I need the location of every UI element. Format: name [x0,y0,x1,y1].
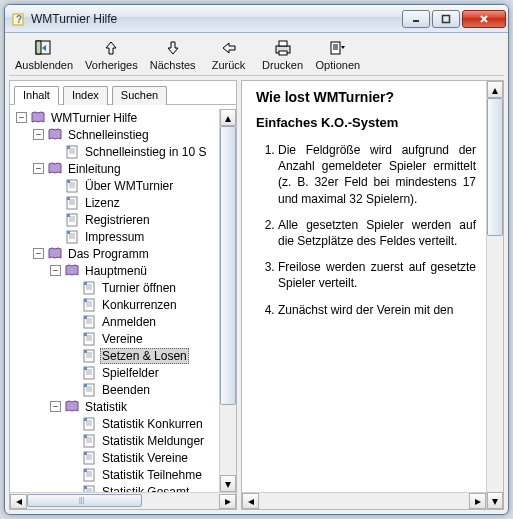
book-icon [64,400,80,414]
collapse-icon[interactable]: − [50,265,61,276]
tree-label: Registrieren [83,213,152,227]
scroll-down-icon[interactable]: ▾ [220,475,236,492]
options-icon [327,38,349,58]
tree-label: Setzen & Losen [100,348,189,364]
tree-label: Impressum [83,230,146,244]
tree-register[interactable]: Registrieren [12,211,234,228]
tree-program[interactable]: − Das Programm [12,245,234,262]
minimize-button[interactable] [402,10,430,28]
tree-competitions[interactable]: Konkurrenzen [12,296,234,313]
scroll-up-icon[interactable]: ▴ [220,109,236,126]
page-icon [81,281,97,295]
arrow-left-icon [218,38,240,58]
svg-rect-94 [84,469,87,472]
nav-horizontal-scrollbar[interactable]: ◂ ▸ [10,492,236,509]
back-button[interactable]: Zurück [202,36,256,75]
page-icon [81,332,97,346]
contents-tree[interactable]: − WMTurnier Hilfe − Schnelleinstieg Schn… [10,105,236,492]
tree-clubs[interactable]: Vereine [12,330,234,347]
list-item: Freilose werden zuerst auf gesetzte Spie… [278,259,476,291]
hide-label: Ausblenden [15,59,73,71]
collapse-icon[interactable]: − [33,248,44,259]
toolbar: Ausblenden Vorheriges Nächstes Zurück Dr… [5,33,508,75]
tree-stats-reg[interactable]: Statistik Meldunger [12,432,234,449]
tree-open[interactable]: Turnier öffnen [12,279,234,296]
tree-stats-comp[interactable]: Statistik Konkurren [12,415,234,432]
tree-stats-total[interactable]: Statistik Gesamt [12,483,234,492]
tree-stats[interactable]: − Statistik [12,398,234,415]
tree-label: Spielfelder [100,366,161,380]
svg-rect-64 [84,350,87,353]
content-horizontal-scrollbar[interactable]: ◂ ▸ [242,492,486,509]
tree-license[interactable]: Lizenz [12,194,234,211]
tree-quickstart-10[interactable]: Schnelleinstieg in 10 S [12,143,234,160]
page-icon [81,417,97,431]
scroll-thumb[interactable] [27,494,142,507]
tree-label: Statistik Meldunger [100,434,206,448]
svg-rect-84 [84,435,87,438]
tree-seed-draw[interactable]: Setzen & Losen [12,347,234,364]
tab-index[interactable]: Index [63,86,108,105]
tree-label: Lizenz [83,196,122,210]
titlebar[interactable]: ? WMTurnier Hilfe [5,5,508,33]
content-vertical-scrollbar[interactable]: ▴ ▾ [486,81,503,509]
maximize-button[interactable] [432,10,460,28]
tree-stats-part[interactable]: Statistik Teilnehme [12,466,234,483]
tree-quickstart[interactable]: − Schnelleinstieg [12,126,234,143]
scroll-thumb[interactable] [220,126,236,405]
scroll-thumb[interactable] [487,98,503,236]
tree-fields[interactable]: Spielfelder [12,364,234,381]
collapse-icon[interactable]: − [16,112,27,123]
print-button[interactable]: Drucken [256,36,310,75]
svg-rect-9 [279,41,287,46]
page-icon [64,230,80,244]
tree-label: Über WMTurnier [83,179,175,193]
next-button[interactable]: Nächstes [144,36,202,75]
nav-vertical-scrollbar[interactable]: ▴ ▾ [219,109,236,492]
tree-label: Einleitung [66,162,123,176]
tree-label: Anmelden [100,315,158,329]
scroll-right-icon[interactable]: ▸ [469,493,486,509]
tree-about[interactable]: Über WMTurnier [12,177,234,194]
collapse-icon[interactable]: − [33,129,44,140]
svg-rect-79 [84,418,87,421]
tab-search[interactable]: Suchen [112,86,167,105]
page-icon [64,179,80,193]
help-icon: ? [11,11,27,27]
page-icon [81,468,97,482]
svg-rect-89 [84,452,87,455]
tree-label: Beenden [100,383,152,397]
list-item: Die Feldgröße wird aufgrund der Anzahl g… [278,142,476,207]
print-label: Drucken [262,59,303,71]
tree-intro[interactable]: − Einleitung [12,160,234,177]
svg-rect-10 [279,51,287,55]
help-content: Wie lost WMTurnier? Einfaches K.O.-Syste… [242,81,486,509]
options-button[interactable]: Optionen [310,36,367,75]
tree-root[interactable]: − WMTurnier Hilfe [12,109,234,126]
help-window: ? WMTurnier Hilfe Ausblenden Vorheriges … [4,4,509,515]
collapse-icon[interactable]: − [50,401,61,412]
hide-button[interactable]: Ausblenden [9,36,79,75]
tree-quit[interactable]: Beenden [12,381,234,398]
scroll-left-icon[interactable]: ◂ [242,493,259,509]
tree-mainmenu[interactable]: − Hauptmenü [12,262,234,279]
svg-rect-19 [67,146,70,149]
book-icon [47,128,63,142]
scroll-right-icon[interactable]: ▸ [219,494,236,509]
tree-signup[interactable]: Anmelden [12,313,234,330]
svg-rect-7 [36,41,41,54]
tree-label: Hauptmenü [83,264,149,278]
scroll-down-icon[interactable]: ▾ [487,492,503,509]
tab-contents[interactable]: Inhalt [14,86,59,105]
collapse-icon[interactable]: − [33,163,44,174]
nav-tabs: Inhalt Index Suchen [10,81,236,105]
scroll-left-icon[interactable]: ◂ [10,494,27,509]
content-heading: Wie lost WMTurnier? [256,89,476,105]
svg-rect-29 [67,197,70,200]
close-button[interactable] [462,10,506,28]
page-icon [64,145,80,159]
scroll-up-icon[interactable]: ▴ [487,81,503,98]
prev-button[interactable]: Vorheriges [79,36,144,75]
tree-stats-clubs[interactable]: Statistik Vereine [12,449,234,466]
tree-imprint[interactable]: Impressum [12,228,234,245]
